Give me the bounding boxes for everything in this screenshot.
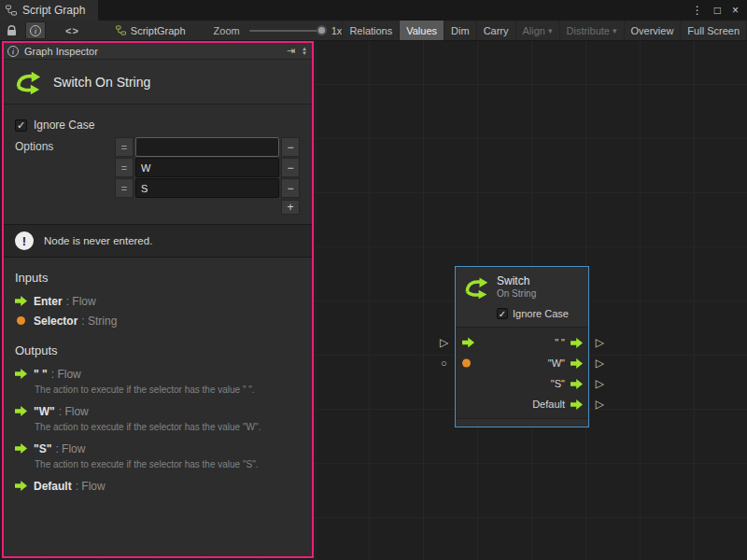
- remove-option-button[interactable]: −: [281, 158, 300, 177]
- node-selector-port[interactable]: [462, 359, 471, 368]
- option-input[interactable]: [135, 178, 279, 198]
- options-list: = − = − = − +: [115, 137, 300, 215]
- output-port-row: " " : Flow: [4, 364, 312, 384]
- options-label: Options: [15, 137, 115, 215]
- drag-handle[interactable]: =: [115, 137, 134, 157]
- option-input[interactable]: [135, 158, 279, 177]
- node-output-label: " ": [555, 337, 565, 348]
- inputs-heading: Inputs: [4, 258, 312, 291]
- code-preview-button[interactable]: <>: [61, 21, 84, 40]
- graph-inspector-title: Graph Inspector: [24, 46, 98, 57]
- flow-port-icon: [15, 296, 27, 306]
- check-icon: ✓: [499, 309, 506, 319]
- remove-option-button[interactable]: −: [281, 178, 300, 198]
- node-port-row: "W": [456, 353, 588, 373]
- option-add-row: +: [115, 200, 300, 215]
- window-menu-button[interactable]: ⋮: [692, 4, 703, 17]
- incoming-connector-circle-icon[interactable]: ○: [441, 357, 447, 369]
- node-ignore-case-row: ✓ Ignore Case: [456, 304, 588, 327]
- node-title-block: Switch On String: [497, 274, 536, 304]
- graph-breadcrumb[interactable]: ScriptGraph: [116, 21, 186, 40]
- dim-button[interactable]: Dim: [444, 21, 476, 40]
- remove-option-button[interactable]: −: [281, 137, 300, 157]
- zoom-value: 1x: [331, 21, 343, 40]
- node-output-port[interactable]: [571, 399, 583, 410]
- port-name: "S": [34, 442, 51, 455]
- option-row: = −: [115, 158, 300, 177]
- switch-icon: [463, 274, 489, 304]
- lock-button[interactable]: [2, 21, 21, 40]
- input-port-row: Selector : String: [4, 311, 312, 330]
- outgoing-connector-triangle-icon[interactable]: ▷: [596, 378, 604, 389]
- values-button[interactable]: Values: [399, 21, 444, 40]
- port-name: Selector: [34, 315, 78, 328]
- node-port-row: Default: [456, 394, 588, 414]
- ignore-case-row: ✓ Ignore Case: [4, 117, 312, 133]
- scroll-spinner[interactable]: ▲ ▼: [302, 47, 307, 56]
- add-option-button[interactable]: +: [281, 200, 300, 215]
- warning-banner: ! Node is never entered.: [4, 224, 312, 258]
- switch-icon: [14, 68, 42, 96]
- node-enter-port[interactable]: [462, 338, 474, 348]
- graph-inspector-panel: i Graph Inspector ⇥ ▲ ▼ Switch On String…: [2, 41, 314, 558]
- outgoing-connector-triangle-icon[interactable]: ▷: [596, 399, 604, 410]
- relations-button[interactable]: Relations: [342, 21, 399, 40]
- carry-button[interactable]: Carry: [476, 21, 515, 40]
- align-dropdown[interactable]: Align ▾: [515, 21, 559, 40]
- window-close-button[interactable]: ×: [732, 4, 739, 17]
- drag-handle[interactable]: =: [115, 178, 134, 198]
- overview-button[interactable]: Overview: [624, 21, 681, 40]
- port-description: The action to execute if the selector ha…: [4, 458, 312, 476]
- align-label: Align: [523, 25, 545, 36]
- graph-breadcrumb-label: ScriptGraph: [131, 25, 186, 36]
- flow-port-icon: [15, 406, 27, 416]
- ignore-case-label: Ignore Case: [34, 119, 94, 132]
- outgoing-connector-triangle-icon[interactable]: ▷: [596, 357, 604, 369]
- zoom-label: Zoom: [214, 21, 240, 40]
- option-input[interactable]: [135, 137, 279, 157]
- distribute-dropdown[interactable]: Distribute ▾: [559, 21, 624, 40]
- drag-handle[interactable]: =: [115, 158, 134, 177]
- incoming-connector-triangle-icon[interactable]: ▷: [440, 337, 448, 348]
- titlebar: Script Graph ⋮ □ ×: [0, 0, 747, 21]
- zoom-slider[interactable]: [249, 30, 325, 32]
- unit-title: Switch On String: [53, 75, 150, 90]
- outgoing-connector-triangle-icon[interactable]: ▷: [596, 337, 604, 348]
- port-name: Enter: [34, 295, 63, 308]
- fullscreen-button[interactable]: Full Screen: [680, 21, 747, 40]
- script-graph-tab-icon: [6, 5, 17, 16]
- tab-script-graph[interactable]: Script Graph: [0, 0, 98, 21]
- tab-title: Script Graph: [22, 4, 85, 17]
- port-type: : Flow: [66, 295, 96, 308]
- node-output-port[interactable]: [571, 358, 583, 369]
- switch-on-string-node[interactable]: ▷ ○ ▷ ▷ ▷ ▷ Switch On String: [455, 266, 589, 427]
- ignore-case-checkbox[interactable]: ✓: [15, 119, 27, 132]
- window-maximize-button[interactable]: □: [714, 4, 721, 17]
- port-name: Default: [34, 480, 72, 493]
- node-footer: [456, 418, 588, 427]
- check-icon: ✓: [17, 119, 25, 132]
- graph-inspector-header: i Graph Inspector ⇥ ▲ ▼: [4, 43, 312, 60]
- node-ignore-case-checkbox[interactable]: ✓: [497, 308, 508, 319]
- chevron-down-icon: ▾: [548, 26, 553, 35]
- flow-port-icon: [15, 481, 27, 491]
- node-output-port[interactable]: [571, 338, 583, 348]
- flow-port-icon: [15, 369, 27, 379]
- node-output-label: "W": [548, 357, 565, 369]
- dock-icon[interactable]: ⇥: [287, 45, 295, 57]
- node-output-port[interactable]: [571, 379, 583, 389]
- lock-icon: [7, 25, 17, 36]
- info-icon: i: [30, 25, 41, 36]
- node-ignore-case-label: Ignore Case: [513, 308, 569, 319]
- exclamation-glyph: !: [22, 234, 26, 248]
- zoom-slider-knob[interactable]: [317, 25, 327, 35]
- window-controls: ⋮ □ ×: [692, 0, 747, 21]
- inspector-toggle-button[interactable]: i: [25, 21, 46, 39]
- script-graph-icon: [116, 25, 126, 35]
- node-port-row: "S": [456, 373, 588, 394]
- distribute-label: Distribute: [567, 25, 610, 36]
- inspector-body: ✓ Ignore Case Options = − = − =: [4, 105, 312, 496]
- code-icon: <>: [65, 25, 79, 36]
- node-port-row: " ": [456, 332, 588, 353]
- port-type: : Flow: [55, 442, 85, 455]
